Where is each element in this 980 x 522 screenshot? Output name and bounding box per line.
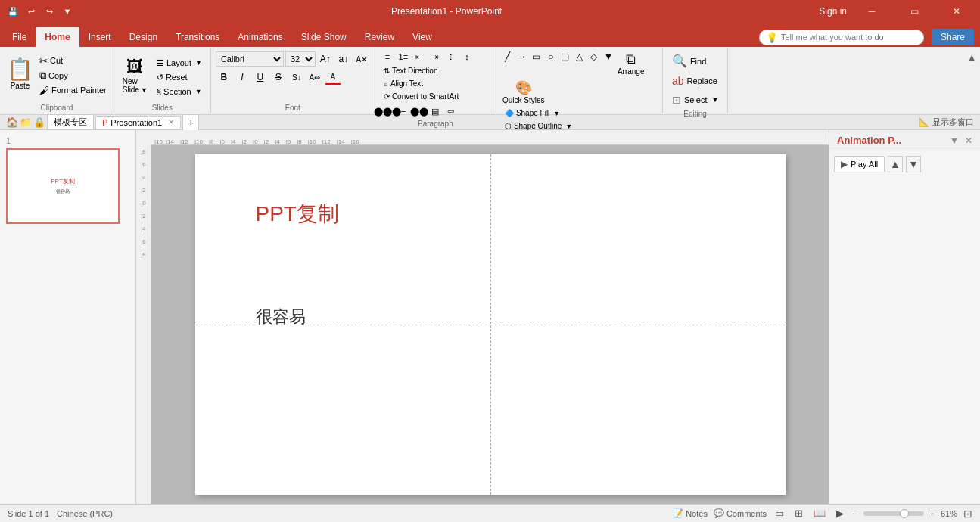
cut-button[interactable]: ✂ Cut [37,54,109,67]
save-icon[interactable]: 💾 [6,5,20,18]
shape-more[interactable]: ▼ [602,50,615,64]
fit-slide-icon[interactable]: ⊡ [963,508,972,520]
zoom-in-icon[interactable]: + [930,509,935,518]
expand-panel-icon[interactable]: ▼ [950,135,959,146]
decrease-indent-button[interactable]: ⇤ [412,50,427,64]
tab-animations[interactable]: Animations [229,27,291,47]
text-direction-button[interactable]: ⇅ Text Direction [380,65,442,76]
find-button[interactable]: 🔍 Find [667,51,723,70]
close-presentation-icon[interactable]: ✕ [168,118,174,126]
tell-me-area[interactable]: 💡 [759,30,924,45]
zoom-out-icon[interactable]: − [852,509,857,518]
add-tab-button[interactable]: + [182,114,199,131]
play-all-label: Play All [851,160,878,169]
zoom-level[interactable]: 61% [941,509,957,518]
tab-home[interactable]: Home [36,27,79,47]
editing-group: 🔍 Find ab Replace ⊡ Select ▼ Editing [663,48,729,113]
vertical-guide [490,154,491,495]
char-spacing-button[interactable]: A⇔ [306,70,323,85]
display-windows-button[interactable]: 📐 显示多窗口 [919,117,974,128]
increase-indent-button[interactable]: ⇥ [428,50,443,64]
normal-view-button[interactable]: ▭ [773,506,786,520]
select-button[interactable]: ⊡ Select ▼ [667,92,723,108]
font-name-select[interactable]: Calibri [216,51,284,67]
tab-transitions[interactable]: Transitions [166,27,229,47]
comments-button[interactable]: 💬 Comments [714,508,767,518]
quick-styles-button[interactable]: 🎨 Quick Styles [501,78,546,106]
layout-button[interactable]: ☰ Layout ▼ [153,57,206,70]
line-spacing-button[interactable]: ↕ [459,50,474,64]
shape-line[interactable]: ╱ [501,50,515,64]
new-slide-button[interactable]: 🖼 NewSlide▼ [119,55,151,96]
font-color-button[interactable]: A [325,70,341,85]
format-painter-button[interactable]: 🖌 Format Painter [37,84,109,97]
tab-slideshow[interactable]: Slide Show [292,27,356,47]
bold-button[interactable]: B [216,70,232,85]
ribbon-collapse-button[interactable]: ▲ [963,48,980,113]
shape-round-rect[interactable]: ▢ [558,50,572,64]
shadow-button[interactable]: S↓ [288,70,305,85]
tab-review[interactable]: Review [356,27,403,47]
play-all-button[interactable]: ▶ Play All [834,156,885,172]
animation-up-icon[interactable]: ▲ [888,156,903,172]
zoom-slider[interactable] [863,511,924,516]
replace-button[interactable]: ab Replace [667,73,723,89]
customize-quick-access-icon[interactable]: ▼ [61,5,74,18]
template-tab[interactable]: 模板专区 [47,114,94,130]
tab-file[interactable]: File [3,27,36,47]
clear-format-button[interactable]: A✕ [353,51,370,67]
close-button[interactable]: ✕ [939,0,974,23]
align-text-button[interactable]: ⏛ Align Text [380,78,427,89]
zoom-thumb[interactable] [900,509,909,518]
minimize-button[interactable]: ─ [854,0,889,23]
home-folder-icon[interactable]: 🏠 [6,117,18,128]
signin-button[interactable]: Sign in [819,6,847,17]
restore-button[interactable]: ▭ [897,0,932,23]
reset-button[interactable]: ↺ Reset [153,71,206,84]
arrange-button[interactable]: ⧉ Arrange [616,50,646,77]
slide-sorter-button[interactable]: ⊞ [792,506,805,520]
slide-thumbnail[interactable]: PPT复制 很容易 [6,148,120,224]
convert-smartart-button[interactable]: ⟳ Convert to SmartArt [380,91,462,102]
undo-icon[interactable]: ↩ [24,5,38,18]
bullets-button[interactable]: ≡ [380,50,395,64]
tab-view[interactable]: View [403,27,441,47]
slide-number: 1 [6,136,129,145]
animation-down-icon[interactable]: ▼ [906,156,921,172]
lock-icon[interactable]: 🔒 [33,117,45,128]
shape-triangle[interactable]: △ [573,50,586,64]
redo-icon[interactable]: ↪ [42,5,56,18]
slide-subtitle[interactable]: 很容易 [256,306,306,328]
share-button[interactable]: Share [932,29,974,45]
slide-canvas-area[interactable]: PPT复制 很容易 [151,145,829,504]
increase-font-button[interactable]: A↑ [317,51,334,67]
presentation-tab[interactable]: P Presentation1 ✕ [95,116,181,129]
close-panel-icon[interactable]: ✕ [965,135,972,146]
section-label: Section [163,87,191,96]
font-size-select[interactable]: 32 [285,51,316,67]
shape-rect[interactable]: ▭ [530,50,543,64]
strikethrough-button[interactable]: S [270,70,287,85]
tell-me-input[interactable] [781,33,917,42]
reading-view-button[interactable]: 📖 [811,506,828,520]
slide-title[interactable]: PPT复制 [256,200,339,228]
shape-arrow[interactable]: → [515,50,529,64]
tab-insert[interactable]: Insert [79,27,120,47]
tab-design[interactable]: Design [120,27,166,47]
numbering-button[interactable]: 1≡ [396,50,411,64]
paste-button[interactable]: 📋 Paste [5,54,36,92]
thumb-title: PPT复制 [51,177,75,185]
columns-button[interactable]: ⫶ [443,50,459,64]
underline-button[interactable]: U [252,70,269,85]
notes-button[interactable]: 📝 Notes [673,508,708,518]
shape-diamond[interactable]: ◇ [587,50,601,64]
find-label: Find [690,57,706,66]
decrease-font-button[interactable]: a↓ [335,51,352,67]
folder-icon[interactable]: 📁 [20,117,32,128]
copy-button[interactable]: ⧉ Copy [37,69,109,82]
select-icon: ⊡ [672,94,681,106]
shape-circle[interactable]: ○ [544,50,558,64]
section-button[interactable]: § Section ▼ [153,85,206,98]
italic-button[interactable]: I [234,70,250,85]
slide-show-button[interactable]: ▶ [834,506,846,520]
